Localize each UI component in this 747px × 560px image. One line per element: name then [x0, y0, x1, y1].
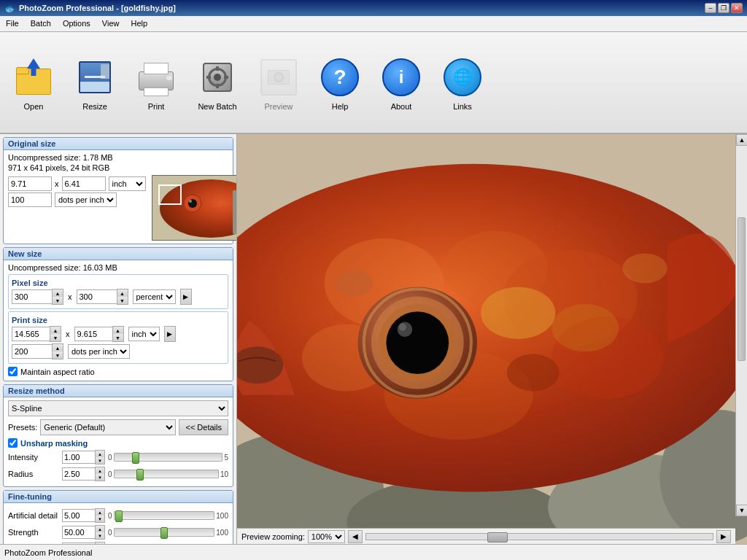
- artificial-detail-down[interactable]: ▼: [96, 516, 104, 522]
- resize-button[interactable]: Resize: [66, 50, 124, 114]
- status-text: PhotoZoom Professional: [4, 548, 92, 557]
- intensity-up[interactable]: ▲: [96, 451, 104, 457]
- original-resolution-unit-select[interactable]: dots per inch dots per cm: [55, 192, 117, 207]
- preview-label: Preview: [264, 102, 293, 111]
- sensitivity-up[interactable]: ▲: [96, 542, 104, 544]
- presets-select[interactable]: Generic (Default) Photo Illustration: [40, 419, 176, 435]
- menu-help[interactable]: Help: [125, 18, 153, 30]
- pixel-width-input[interactable]: [12, 289, 52, 304]
- pixel-height-up[interactable]: ▲: [117, 289, 128, 297]
- radius-spin-btns: ▲ ▼: [95, 467, 105, 481]
- resize-label: Resize: [82, 102, 107, 111]
- strength-track[interactable]: [114, 528, 215, 537]
- pixel-width-up[interactable]: ▲: [53, 289, 63, 297]
- restore-button[interactable]: ❐: [718, 3, 729, 13]
- svg-point-20: [551, 304, 619, 351]
- pixel-width-down[interactable]: ▼: [53, 297, 63, 304]
- open-button[interactable]: Open: [4, 50, 63, 114]
- next-nav-button[interactable]: ▶: [716, 530, 731, 543]
- pixel-height-spin-btns: ▲ ▼: [117, 289, 128, 305]
- original-resolution-input[interactable]: [8, 192, 52, 207]
- print-label: Print: [148, 102, 165, 111]
- intensity-spinner: ▲ ▼: [62, 450, 105, 464]
- radius-input[interactable]: [62, 467, 95, 481]
- pixel-height-input[interactable]: [77, 289, 117, 304]
- menu-view[interactable]: View: [96, 18, 125, 30]
- close-button[interactable]: ✕: [731, 3, 743, 13]
- pixel-height-down[interactable]: ▼: [117, 297, 128, 304]
- new-size-title: New size: [4, 248, 233, 260]
- strength-down[interactable]: ▼: [96, 532, 104, 539]
- prev-nav-button[interactable]: ◀: [348, 530, 363, 543]
- preview-bar: Preview zooming: 100% 25% 50% 75% 150% 2…: [237, 528, 735, 544]
- new-batch-button[interactable]: New Batch: [188, 50, 247, 114]
- scroll-up-button[interactable]: ▲: [736, 134, 747, 146]
- radius-down[interactable]: ▼: [96, 474, 104, 481]
- artificial-detail-track[interactable]: [114, 511, 215, 520]
- print-resolution-unit-select[interactable]: dots per inch dots per cm: [68, 344, 130, 359]
- original-unit-select[interactable]: inch cm mm pixels: [109, 176, 146, 191]
- menu-file[interactable]: File: [0, 18, 25, 30]
- print-width-up[interactable]: ▲: [50, 327, 61, 334]
- thumbnail: [152, 175, 238, 241]
- radius-up[interactable]: ▲: [96, 467, 104, 474]
- print-resolution-down[interactable]: ▼: [53, 351, 63, 359]
- pixel-width-spin-btns: ▲ ▼: [52, 289, 63, 305]
- print-width-input[interactable]: [12, 327, 50, 341]
- intensity-thumb[interactable]: [132, 452, 139, 464]
- svg-point-30: [507, 354, 560, 391]
- about-button[interactable]: i About: [372, 50, 430, 114]
- print-link-button[interactable]: ▶: [164, 326, 176, 342]
- status-bar: PhotoZoom Professional: [0, 544, 747, 560]
- print-unit-select[interactable]: inch cm mm: [128, 327, 160, 341]
- help-button[interactable]: ? Help: [311, 50, 369, 114]
- print-width-down[interactable]: ▼: [50, 334, 61, 341]
- artificial-detail-thumb[interactable]: [115, 510, 123, 522]
- intensity-track[interactable]: [114, 453, 223, 462]
- print-height-down[interactable]: ▼: [113, 334, 123, 341]
- scroll-down-button[interactable]: ▼: [736, 505, 747, 516]
- intensity-input[interactable]: [62, 451, 95, 464]
- radius-row: Radius ▲ ▼ 0: [8, 467, 228, 481]
- strength-thumb[interactable]: [160, 527, 168, 539]
- print-height-input[interactable]: [74, 327, 112, 341]
- sensitivity-input[interactable]: [62, 542, 95, 544]
- artificial-detail-spinner: ▲ ▼: [62, 508, 105, 523]
- links-button[interactable]: 🌐 Links: [433, 50, 492, 114]
- original-resolution-row: dots per inch dots per cm: [8, 192, 146, 207]
- radius-track[interactable]: [114, 470, 219, 478]
- resize-method-title: Resize method: [4, 385, 233, 397]
- intensity-max: 5: [224, 454, 228, 462]
- radius-thumb[interactable]: [136, 469, 144, 481]
- maintain-aspect-checkbox[interactable]: [8, 367, 18, 376]
- details-button[interactable]: << Details: [179, 419, 228, 435]
- strength-input[interactable]: [62, 526, 95, 539]
- print-resolution-up[interactable]: ▲: [53, 344, 63, 351]
- new-uncompressed: Uncompressed size: 16.03 MB: [8, 263, 228, 272]
- original-height-input[interactable]: [62, 176, 106, 191]
- zoom-scroll-thumb[interactable]: [487, 532, 508, 542]
- strength-up[interactable]: ▲: [96, 526, 104, 532]
- zoom-scroll-track[interactable]: [365, 533, 713, 540]
- pixel-size-row: ▲ ▼ x ▲ ▼ perc: [12, 289, 225, 305]
- scroll-track-vertical[interactable]: [736, 146, 747, 505]
- help-label: Help: [332, 102, 349, 111]
- menu-batch[interactable]: Batch: [25, 18, 57, 30]
- zoom-select[interactable]: 100% 25% 50% 75% 150% 200%: [308, 530, 345, 543]
- pixel-link-button[interactable]: ▶: [180, 289, 192, 305]
- artificial-detail-up[interactable]: ▲: [96, 509, 104, 516]
- intensity-down[interactable]: ▼: [96, 457, 104, 464]
- artificial-detail-label: Artificial detail: [8, 511, 59, 520]
- print-resolution-input[interactable]: [12, 344, 52, 359]
- resize-method-select[interactable]: S-Spline S-Spline Max Lanczos Bicubic Bi…: [8, 400, 228, 416]
- pixel-unit-select[interactable]: percent pixels: [133, 289, 176, 304]
- print-button[interactable]: Print: [127, 50, 185, 114]
- artificial-detail-input[interactable]: [62, 509, 95, 522]
- unsharp-checkbox[interactable]: [8, 438, 18, 448]
- original-width-input[interactable]: [8, 176, 52, 191]
- print-height-up[interactable]: ▲: [113, 327, 123, 334]
- menu-options[interactable]: Options: [57, 18, 96, 30]
- scroll-thumb-vertical[interactable]: [738, 217, 746, 361]
- minimize-button[interactable]: –: [705, 3, 716, 13]
- print-height-spin-btns: ▲ ▼: [112, 326, 124, 342]
